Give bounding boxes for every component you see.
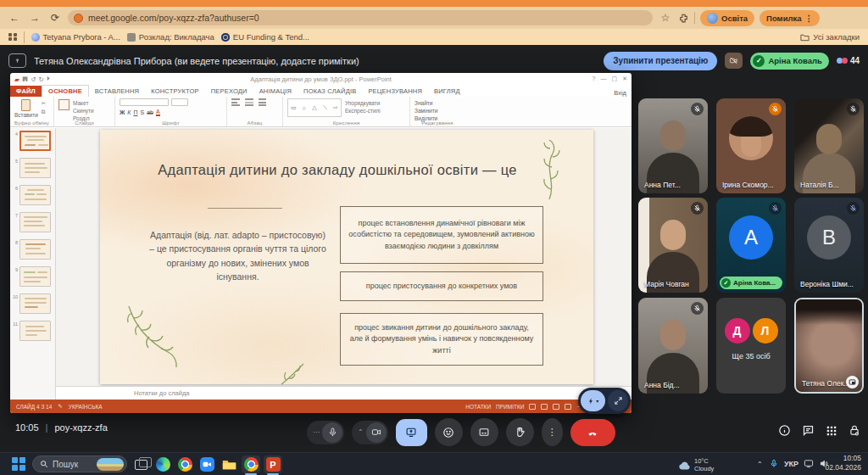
self-view-tile[interactable]: Тетяна Олек... [794,298,864,394]
participant-tile[interactable]: Марія Човган [638,198,708,293]
participant-tile[interactable]: Наталія Б... [794,98,864,193]
profile-chip[interactable]: Освіта [700,10,754,26]
sign-in-label[interactable]: Вхід [614,89,626,97]
tray-expand-icon[interactable]: ⌃ [757,461,763,468]
slide-canvas[interactable]: Адаптація дитини до закладу дошкільної о… [100,130,593,384]
help-button[interactable]: ? [593,75,596,82]
font-size-box[interactable] [171,98,188,106]
tab-insert[interactable]: ВСТАВЛЕННЯ [89,86,145,97]
align-left-icon[interactable] [231,98,240,106]
participant-tile[interactable]: Анна Бід... [638,298,708,394]
end-call-button[interactable] [570,419,615,446]
slide-thumbnail[interactable]: 9 [12,266,53,287]
present-button-active[interactable] [396,419,427,446]
participant-tile[interactable]: A ✓ Аріна Кова... [716,198,786,293]
taskbar-powerpoint-active-icon[interactable]: P [264,455,282,473]
more-options-button[interactable]: ⋮ [542,418,563,446]
expand-button[interactable] [608,390,628,411]
stop-presenting-button[interactable]: Зупинити презентацію [604,52,717,70]
normal-view-icon[interactable] [529,404,536,410]
quick-styles-button[interactable]: Експрес-стилі [345,108,381,114]
slide-thumbnail[interactable]: 11 [12,321,53,341]
host-controls-lock-icon[interactable] [849,424,860,437]
mic-button[interactable]: ⋯ [307,421,344,444]
back-icon[interactable]: ← [7,10,22,25]
url-bar[interactable]: meet.google.com/poy-xqzz-zfa?authuser=0 [68,10,653,25]
reading-view-icon[interactable] [553,404,559,410]
bold-button[interactable]: Ж [120,109,125,115]
slide-thumbnail[interactable]: 6 [12,185,53,205]
forward-icon[interactable]: → [27,10,42,25]
tab-animations[interactable]: АНІМАЦІЯ [253,86,298,97]
activities-grid-icon[interactable] [826,425,837,437]
redo-icon[interactable]: ↻ [39,75,44,83]
arrange-button[interactable]: Упорядкувати [345,100,381,106]
minimize-button[interactable]: — [601,75,607,82]
taskbar-edge-icon[interactable] [153,455,172,473]
save-icon[interactable]: 🖪 [22,75,29,83]
taskbar-search[interactable]: Пошук [32,455,127,472]
language-label[interactable]: УКРАЇНСЬКА [69,404,103,410]
close-button[interactable]: ✕ [622,75,627,82]
slide-thumbnail-panel[interactable]: 4 5 6 7 8 9 10 11 [10,128,56,404]
spell-icon[interactable]: ✎ [58,403,62,410]
apps-grid-icon[interactable] [8,33,17,42]
replace-button[interactable]: Замінити [415,108,437,114]
strikethrough-button[interactable]: ab [147,109,153,115]
participant-tile[interactable]: Анна Пет... [638,98,708,193]
extensions-icon[interactable] [678,13,689,24]
more-participants-tile[interactable]: Д Л Ще 35 осіб [716,298,786,394]
slide-thumbnail[interactable]: 10 [12,293,53,314]
reset-button[interactable]: Скинути [73,108,94,114]
align-center-icon[interactable] [245,98,253,106]
mic-options-icon[interactable]: ⋯ [313,428,320,436]
paste-button[interactable]: Вставити [14,98,38,118]
participant-tile[interactable]: Ірина Скомор... [716,98,786,193]
undo-icon[interactable]: ↺ [31,75,36,83]
notes-toggle[interactable]: НОТАТКИ [465,404,491,410]
url-text[interactable]: meet.google.com/poy-xqzz-zfa?authuser=0 [88,13,259,23]
raise-hand-button[interactable] [506,418,534,446]
weather-widget[interactable]: 10°C Cloudy [678,458,714,472]
taskbar-chrome-active-icon[interactable] [242,455,260,473]
search-highlight-image[interactable] [97,458,124,471]
cast-icon[interactable] [804,459,814,468]
tab-design[interactable]: КОНСТРУКТОР [145,86,205,97]
taskbar-clock[interactable]: 10:05 02.04.2026 [825,454,861,472]
reactions-button[interactable] [435,418,463,446]
taskbar-chrome-icon[interactable] [175,455,194,473]
language-indicator[interactable]: УКР [784,460,798,468]
font-color-button[interactable]: А [156,109,160,116]
bookmark-star-icon[interactable]: ☆ [658,10,673,25]
slideshow-view-icon[interactable] [565,404,571,410]
participant-count[interactable]: 44 [837,56,860,65]
pip-icon[interactable] [846,376,859,388]
comments-toggle[interactable]: ПРИМІТКИ [496,404,524,410]
tab-view[interactable]: ВИГЛЯД [428,86,466,97]
tab-review[interactable]: РЕЦЕНЗУВАННЯ [362,86,428,97]
start-button[interactable] [12,457,25,471]
tab-transitions[interactable]: ПЕРЕХОДИ [205,86,253,97]
copy-icon[interactable]: ⧉ [42,109,46,115]
tab-slideshow[interactable]: ПОКАЗ СЛАЙДІВ [298,86,362,97]
all-bookmarks-button[interactable]: Усі закладки [800,32,860,42]
slideshow-icon[interactable]: ⏵ [47,75,50,83]
reload-icon[interactable]: ⟳ [47,10,63,25]
underline-button[interactable]: П [133,109,137,115]
layout-button[interactable]: Макет [73,100,94,106]
active-speaker-pill[interactable]: ✓ Аріна Коваль [750,53,828,70]
bookmark-item[interactable]: EU Funding & Tend... [221,32,309,42]
font-name-box[interactable] [120,98,169,106]
shapes-gallery[interactable]: ▭○△⟍⇨ [287,98,342,117]
participant-tile[interactable]: B Вероніка Шми... [794,198,864,293]
camera-disabled-icon[interactable] [725,53,743,69]
captions-button[interactable] [470,418,498,446]
taskbar-explorer-icon[interactable] [220,455,238,473]
bookmark-item[interactable]: Розклад: Викладача [127,32,214,42]
taskbar-zoom-icon[interactable] [198,455,216,473]
tab-file[interactable]: ФАЙЛ [10,86,42,97]
task-view-button[interactable] [131,455,150,473]
chat-icon[interactable] [802,424,815,437]
slide-thumbnail[interactable]: 5 [12,158,53,178]
bookmark-item[interactable]: Tetyana Prybora - A... [31,32,120,42]
